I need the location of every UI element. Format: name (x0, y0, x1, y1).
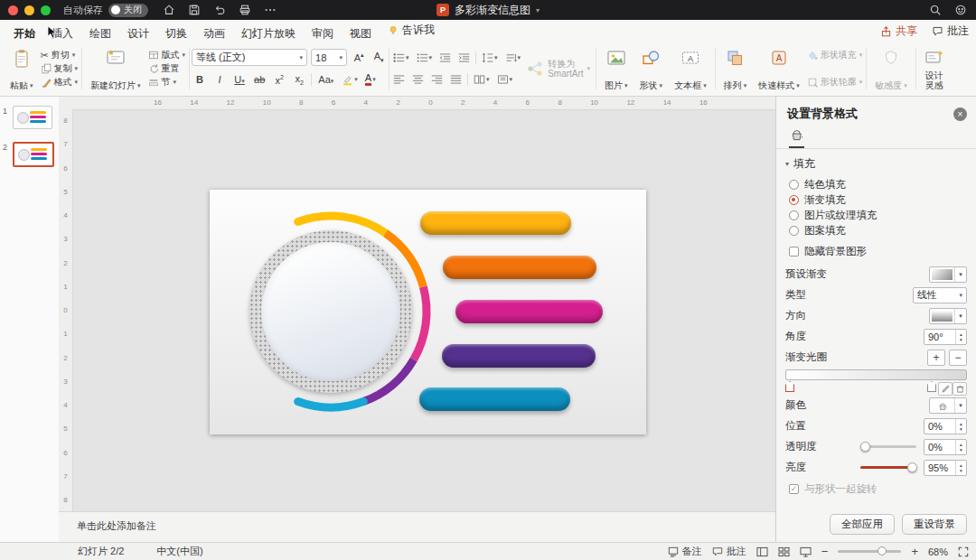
home-icon[interactable] (163, 4, 175, 16)
comments-toggle-button[interactable]: 批注 (712, 545, 746, 558)
italic-button[interactable]: I (211, 74, 228, 85)
underline-button[interactable]: U▾ (231, 74, 248, 85)
delete-stop-icon[interactable] (953, 382, 967, 396)
fit-slide-to-window-icon[interactable] (958, 546, 969, 557)
angle-spinner[interactable]: 90°▴▾ (924, 329, 967, 345)
slide-thumbnail[interactable]: 1 (13, 106, 55, 129)
print-icon[interactable] (239, 4, 251, 16)
slide-sorter-view-icon[interactable] (778, 546, 790, 557)
notes-placeholder[interactable]: 单击此处添加备注 (77, 519, 775, 533)
autosave-toggle[interactable]: 关闭 (108, 4, 148, 17)
copy-button[interactable]: 复制▾ (41, 61, 79, 75)
change-case-button[interactable]: Aa▾ (315, 74, 336, 85)
subscript-button[interactable]: x2 (291, 73, 307, 86)
shape-outline-button[interactable]: 形状轮廓▾ (807, 75, 863, 89)
font-name-select[interactable]: 等线 (正文)▾ (192, 49, 307, 66)
reset-background-button[interactable]: 重设背景 (902, 514, 967, 535)
font-color-button[interactable]: A▾ (363, 73, 378, 86)
fill-type-radio[interactable]: 图案填充 (789, 223, 976, 238)
increase-font-size-button[interactable]: A▴ (351, 51, 367, 63)
cut-button[interactable]: ✂剪切▾ (41, 48, 79, 61)
close-window-button[interactable] (8, 5, 18, 15)
brightness-slider[interactable] (860, 466, 916, 469)
gradient-direction-dropdown[interactable]: ▾ (929, 308, 967, 324)
preset-gradient-dropdown[interactable]: ▾ (929, 266, 967, 283)
gradient-stop-selected[interactable] (785, 381, 794, 392)
remove-gradient-stop-button[interactable]: − (949, 350, 967, 366)
line-spacing-button[interactable]: ▾ (480, 52, 500, 63)
position-spinner[interactable]: 0%▴▾ (924, 418, 967, 434)
share-button[interactable]: 共享 (880, 23, 917, 39)
zoom-window-button[interactable] (41, 5, 51, 15)
convert-to-smartart-button[interactable]: 转换为SmartArt ▾ (522, 45, 594, 92)
decrease-indent-button[interactable] (437, 52, 453, 63)
infographic-pill[interactable] (443, 256, 596, 279)
strikethrough-button[interactable]: ab (251, 74, 267, 85)
infographic-pill[interactable] (420, 211, 571, 235)
reset-button[interactable]: 重置 (148, 61, 186, 75)
infographic-pill[interactable] (455, 300, 603, 323)
feedback-smiley-icon[interactable] (954, 4, 967, 16)
transparency-spinner[interactable]: 0%▴▾ (924, 439, 967, 455)
slide-editor-canvas[interactable]: 1614121086420246810121416 87654321012345… (59, 97, 775, 511)
save-icon[interactable] (188, 4, 201, 16)
more-commands-icon[interactable] (264, 4, 277, 16)
notes-pane[interactable]: 单击此处添加备注 (59, 511, 775, 543)
increase-indent-button[interactable] (456, 52, 472, 63)
text-direction-button[interactable]: ▾ (503, 52, 523, 63)
highlight-color-button[interactable]: ▾ (340, 74, 360, 86)
apply-to-all-button[interactable]: 全部应用 (830, 514, 895, 535)
title-chevron-icon[interactable]: ▾ (536, 6, 540, 14)
notes-toggle-button[interactable]: 备注 (668, 545, 702, 558)
hide-background-checkbox[interactable]: 隐藏背景图形 (776, 240, 976, 260)
infographic-pill[interactable] (442, 344, 596, 368)
panel-close-button[interactable]: × (953, 107, 967, 121)
format-painter-button[interactable]: 格式▾ (41, 76, 79, 89)
align-center-button[interactable] (410, 74, 426, 85)
zoom-slider[interactable] (838, 550, 901, 553)
slideshow-view-icon[interactable] (800, 546, 812, 557)
fill-type-radio[interactable]: 渐变填充 (789, 192, 976, 208)
zoom-level[interactable]: 68% (928, 546, 948, 557)
new-slide-button[interactable]: 新建幻灯片▾ (86, 45, 145, 92)
align-right-button[interactable] (429, 74, 445, 85)
infographic-circle[interactable] (249, 230, 412, 393)
fill-tab[interactable] (789, 127, 804, 148)
arrange-button[interactable]: 排列▾ (719, 45, 752, 92)
insert-shapes-button[interactable]: 形状▾ (635, 45, 668, 92)
insert-picture-button[interactable]: 图片▾ (600, 45, 633, 92)
bullets-button[interactable]: ▾ (391, 52, 411, 63)
numbering-button[interactable]: ▾ (415, 52, 435, 63)
superscript-button[interactable]: x2 (271, 74, 287, 86)
gradient-type-dropdown[interactable]: 线性▾ (913, 287, 967, 303)
gradient-stops-editor[interactable] (776, 368, 976, 395)
zoom-in-button[interactable]: + (911, 545, 918, 558)
add-gradient-stop-button[interactable]: + (927, 350, 945, 366)
search-icon[interactable] (929, 4, 942, 16)
language-indicator[interactable]: 中文(中国) (156, 545, 202, 558)
justify-button[interactable] (448, 74, 464, 85)
gradient-stop[interactable] (927, 381, 936, 392)
design-ideas-button[interactable]: 设计灵感 (920, 45, 949, 92)
align-left-button[interactable] (391, 74, 407, 85)
stop-color-dropdown[interactable]: ▾ (929, 397, 967, 414)
sensitivity-button[interactable]: 敏感度▾ (870, 45, 912, 92)
zoom-out-button[interactable]: − (821, 545, 829, 558)
quick-styles-button[interactable]: A 快速样式▾ (754, 45, 804, 92)
gradient-bar[interactable] (785, 369, 967, 380)
fill-type-radio[interactable]: 图片或纹理填充 (789, 208, 976, 223)
bold-button[interactable]: B (192, 74, 208, 85)
minimize-window-button[interactable] (24, 5, 34, 15)
tell-me-tab[interactable]: 告诉我 (380, 20, 443, 42)
columns-button[interactable]: ▾ (472, 74, 492, 85)
normal-view-icon[interactable] (756, 546, 768, 557)
zoom-slider-knob[interactable] (877, 546, 887, 555)
edit-stop-icon[interactable] (938, 382, 953, 396)
paste-button[interactable]: 粘贴▾ (5, 45, 38, 92)
font-size-select[interactable]: 18▾ (311, 49, 347, 66)
comments-button[interactable]: 批注 (932, 23, 969, 39)
align-text-button[interactable]: ▾ (495, 74, 515, 85)
brightness-spinner[interactable]: 95%▴▾ (924, 460, 967, 476)
fill-section-header[interactable]: ▾ 填充 (776, 149, 976, 175)
undo-icon[interactable] (213, 4, 226, 16)
